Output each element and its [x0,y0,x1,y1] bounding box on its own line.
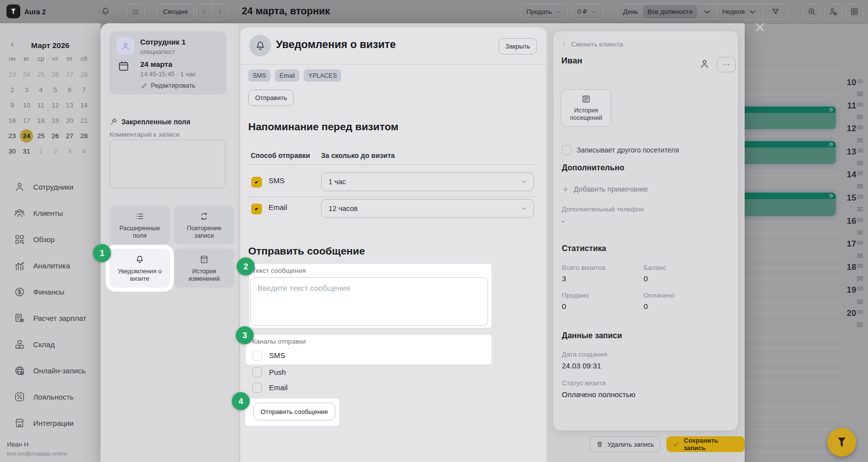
sidebar-item-people[interactable]: Клиенты [0,200,101,226]
calendar-day[interactable]: 25 [34,129,48,143]
time-label: 1200 [847,124,863,134]
time-label-half: 30 [857,183,863,190]
calendar-day[interactable]: 25 [34,68,48,81]
calendar-day[interactable]: 27 [63,129,76,143]
sidebar-item-online[interactable]: Онлайн-запись [0,358,101,384]
calendar-day[interactable]: 13 [63,99,76,112]
menu-button[interactable] [127,3,145,20]
calendar-day[interactable]: 16 [5,114,19,127]
calendar-day[interactable]: 26 [49,129,62,143]
delete-record-button[interactable]: Удалить запись [590,436,660,452]
panel-action-repeat[interactable]: Повторение записи [174,205,234,245]
floating-action-button[interactable] [827,428,856,457]
calendar-day[interactable]: 3 [20,83,33,97]
positions-filter[interactable]: Все должности [643,4,717,19]
week-view-tab[interactable]: Неделя [717,4,762,19]
channel-checkbox[interactable] [252,367,262,377]
reminder-method-checkbox[interactable] [251,204,262,214]
other-visitor-checkbox[interactable] [562,145,572,155]
sidebar-item-person[interactable]: Сотрудники [0,174,101,200]
change-client-link[interactable]: Сменить клиента [561,41,623,48]
calendar-day[interactable]: 28 [77,129,91,143]
calendar-day[interactable]: 4 [77,145,91,158]
calendar-day[interactable]: 26 [49,68,62,81]
close-dialog-button[interactable]: Закрыть [498,38,537,54]
sidebar-item-loyalty[interactable]: Лояльность [0,384,101,410]
today-button[interactable]: Сегодня [157,3,194,20]
reminder-method-checkbox[interactable] [251,177,262,188]
notifications-bell-icon[interactable] [101,6,110,16]
calendar-day[interactable]: 10 [20,99,33,112]
calendar-day[interactable]: 14 [77,99,91,112]
zoom-button[interactable] [803,3,820,20]
calendar-day[interactable]: 2 [5,83,19,97]
calendar-day[interactable]: 23 [5,68,19,81]
integrations-icon [14,417,25,429]
calendar-day[interactable]: 6 [63,83,76,97]
comment-input[interactable] [109,140,225,188]
provider-tag[interactable]: Email [275,69,299,82]
calendar-day[interactable]: 18 [34,114,48,127]
send-button[interactable]: Отправить [248,90,294,106]
calendar-day[interactable]: 3 [63,145,76,158]
send-message-button[interactable]: Отправить сообщение [253,403,335,420]
sidebar-item-finance[interactable]: Финансы [0,279,101,305]
calendar-day[interactable]: 24 [20,68,33,81]
edit-appointment-button[interactable]: Редактировать [109,82,226,89]
calendar-day[interactable]: 20 [63,114,76,127]
reminder-interval-select[interactable]: 1 час [321,172,534,191]
date-nav [196,3,228,20]
save-record-button[interactable]: Сохранить запись [666,436,745,452]
calendar-day[interactable]: 19 [49,114,62,127]
user-settings-button[interactable] [824,3,842,20]
sidebar-item-analytics[interactable]: Аналитика [0,253,101,279]
close-modal-button[interactable] [754,21,766,34]
client-profile-icon[interactable] [699,58,710,69]
provider-tag[interactable]: YPLACES [304,69,341,82]
calendar-day[interactable]: 7 [77,83,91,97]
message-text-input[interactable] [250,277,488,326]
calendar-day[interactable]: 5 [49,83,62,97]
calendar-day[interactable]: 1 [34,145,48,158]
sidebar-item-overview[interactable]: Обзор [0,226,101,253]
calendar-day[interactable]: 24 [20,129,33,143]
amount-button[interactable]: 0 ₽ [572,3,603,20]
app-logo[interactable] [6,4,20,18]
panel-action-historybox[interactable]: История изменений [174,249,234,288]
provider-tag[interactable]: SMS [248,69,271,82]
add-note-button[interactable]: Добавить примечание [562,185,648,193]
visit-history-button[interactable]: История посещений [561,89,611,127]
calendar-day[interactable]: 30 [5,145,19,158]
day-view-tab[interactable]: День [618,4,643,19]
positions-chip[interactable]: Все должности [643,5,697,18]
channel-checkbox[interactable] [252,351,262,360]
calendar-day[interactable]: 11 [34,99,48,112]
calendar-day[interactable]: 23 [5,129,19,143]
next-day-button[interactable] [212,4,228,19]
weekday-label: сб [77,55,91,62]
calendar-day[interactable]: 17 [20,114,33,127]
current-user[interactable]: Иван Н test-en@chatapp.online [7,441,67,457]
time-label: 1500 [847,193,863,203]
prev-day-button[interactable] [197,4,212,19]
sidebar-item-payroll[interactable]: Расчет зарплат [0,305,101,331]
calendar-day[interactable]: 31 [20,145,33,158]
apps-button[interactable] [846,3,863,20]
finance-icon [14,286,25,298]
sidebar-item-integrations[interactable]: Интеграции [0,410,101,436]
calendar-day[interactable]: 2 [49,145,62,158]
calendar-day[interactable]: 12 [49,99,62,112]
panel-action-list[interactable]: Расширенные поля [109,205,170,245]
calendar-day[interactable]: 4 [34,83,48,97]
client-more-button[interactable] [717,57,736,72]
channel-checkbox[interactable] [252,383,262,393]
calendar-day[interactable]: 28 [77,68,91,81]
calendar-day[interactable]: 9 [5,99,19,112]
filter-button[interactable] [763,4,788,19]
sell-button[interactable]: Продать [521,3,568,20]
calendar-day[interactable]: 27 [63,68,76,81]
sidebar-item-warehouse[interactable]: Склад [0,331,101,358]
calendar-day[interactable]: 21 [77,114,91,127]
panel-action-bell[interactable]: Уведомления о визите [109,249,170,288]
reminder-interval-select[interactable]: 12 часов [321,199,534,218]
